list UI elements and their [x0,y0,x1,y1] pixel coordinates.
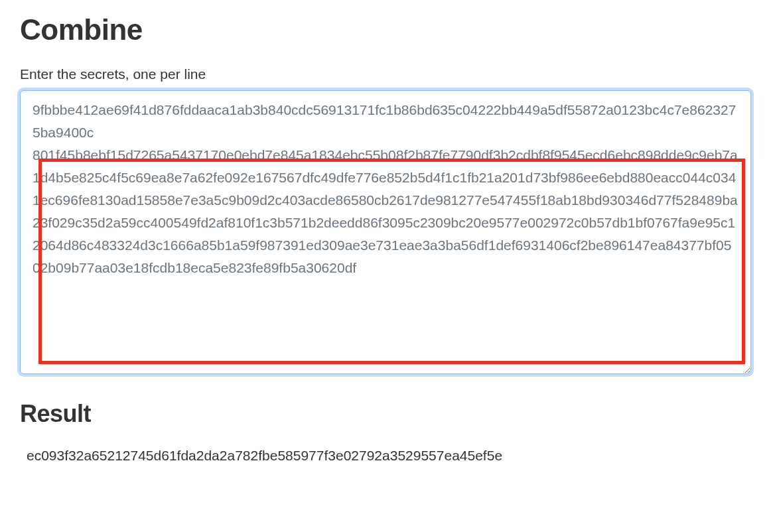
result-value: ec093f32a65212745d61fda2da2a782fbe585977… [20,448,751,464]
result-heading: Result [20,400,751,428]
secrets-textarea[interactable] [20,90,751,374]
secrets-input-label: Enter the secrets, one per line [20,66,751,82]
textarea-container [20,90,751,377]
combine-heading: Combine [20,13,751,46]
